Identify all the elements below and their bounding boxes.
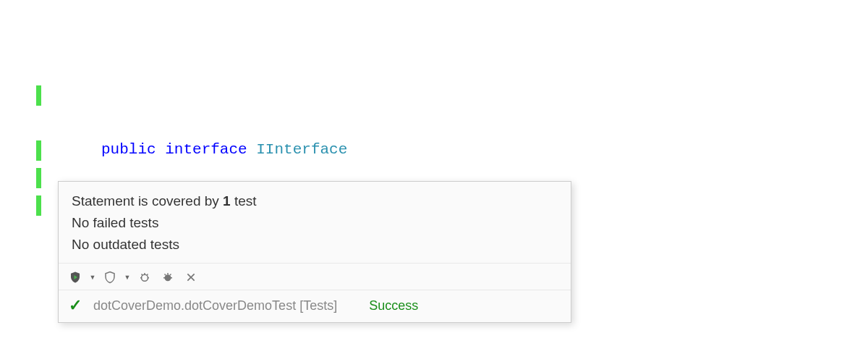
keyword: public (101, 141, 156, 158)
check-icon: ✓ (67, 296, 83, 315)
svg-line-11 (170, 274, 171, 276)
shield-run-icon[interactable] (66, 268, 85, 287)
coverage-marker[interactable] (36, 168, 41, 188)
test-path: dotCoverDemo.dotCoverDemoTest [Tests] (93, 298, 337, 313)
close-icon[interactable] (182, 268, 200, 287)
tooltip-body: Statement is covered by 1 test No failed… (59, 182, 571, 263)
coverage-gutter (36, 0, 43, 362)
shield-icon[interactable] (101, 268, 119, 287)
code-line[interactable]: public interface IInterface (0, 136, 868, 164)
keyword: interface (165, 141, 247, 158)
debug-filled-icon[interactable] (158, 268, 177, 287)
dropdown-icon[interactable]: ▼ (89, 268, 96, 287)
test-result-row[interactable]: ✓ dotCoverDemo.dotCoverDemoTest [Tests] … (59, 290, 571, 322)
svg-point-6 (165, 274, 171, 281)
coverage-marker[interactable] (36, 195, 41, 216)
no-outdated-tests: No outdated tests (72, 234, 558, 256)
svg-line-5 (147, 274, 148, 276)
dropdown-icon[interactable]: ▼ (124, 268, 131, 287)
tooltip-toolbar: ▼ ▼ (59, 263, 571, 290)
coverage-tooltip: Statement is covered by 1 test No failed… (58, 181, 571, 323)
test-status: Success (369, 298, 418, 313)
type-name: IInterface (256, 141, 347, 158)
svg-line-4 (142, 274, 143, 276)
coverage-marker[interactable] (36, 85, 41, 106)
no-failed-tests: No failed tests (72, 212, 558, 234)
coverage-marker[interactable] (36, 140, 41, 161)
svg-point-0 (142, 274, 148, 281)
debug-icon[interactable] (135, 268, 154, 287)
svg-line-10 (165, 274, 166, 276)
coverage-summary: Statement is covered by 1 test (72, 190, 558, 212)
